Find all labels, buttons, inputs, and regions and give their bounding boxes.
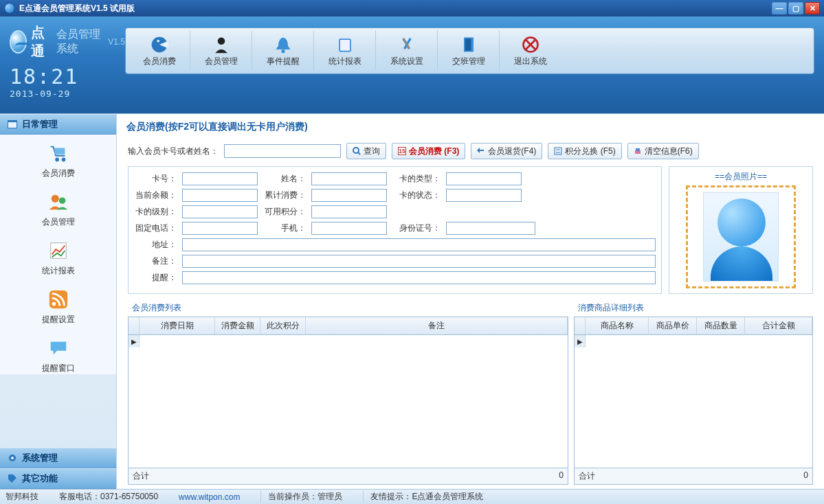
card-type-input[interactable] xyxy=(446,172,522,185)
app-icon xyxy=(4,3,15,14)
search-input[interactable] xyxy=(224,144,341,158)
status-hotline: 0371-65750050 xyxy=(100,492,158,501)
status-website-link[interactable]: www.witpon.com xyxy=(179,492,240,502)
sidebar-item-report[interactable]: 统计报表 xyxy=(42,240,75,277)
chart-icon xyxy=(48,240,69,261)
svg-rect-5 xyxy=(340,40,350,51)
svg-rect-29 xyxy=(636,148,640,151)
brand-subtitle: 会员管理系统 xyxy=(56,27,102,56)
users-icon xyxy=(48,192,69,212)
svg-point-22 xyxy=(52,302,56,306)
toolbar-member-manage[interactable]: 会员管理 xyxy=(190,31,252,71)
toolbar-shift[interactable]: 交班管理 xyxy=(438,31,500,71)
svg-point-18 xyxy=(51,195,58,203)
search-button[interactable]: 查询 xyxy=(346,143,386,159)
eraser-icon xyxy=(634,147,642,155)
svg-rect-14 xyxy=(8,122,16,128)
sidebar-item-remind-setting[interactable]: 提醒设置 xyxy=(42,289,75,325)
minimize-button[interactable]: — xyxy=(772,2,787,14)
rss-icon xyxy=(48,289,69,310)
row-marker-icon: ▶ xyxy=(575,335,586,347)
status-company: 智邦科技 xyxy=(5,491,38,503)
svg-rect-15 xyxy=(54,148,65,154)
tel-input[interactable] xyxy=(182,222,258,235)
sidebar-section-other[interactable]: 其它功能 xyxy=(0,468,116,489)
consume-grid[interactable]: 消费日期 消费金额 此次积分 备注 ▶ 合计0 xyxy=(128,317,568,485)
brand-name: 点通 xyxy=(31,23,51,60)
total-spend-input[interactable] xyxy=(311,189,387,202)
maximize-button[interactable]: ▢ xyxy=(788,2,803,14)
consume-button[interactable]: 15会员消费 (F3) xyxy=(392,143,465,159)
svg-rect-9 xyxy=(465,38,471,51)
sidebar-item-remind-window[interactable]: 提醒窗口 xyxy=(42,338,75,374)
window-icon xyxy=(7,119,18,130)
photo-box: ==会员照片== xyxy=(669,166,813,294)
card-no-input[interactable] xyxy=(182,172,258,185)
toolbar-member-consume[interactable]: 会员消费 xyxy=(129,31,190,71)
exchange-icon xyxy=(554,147,562,155)
sidebar-section-daily[interactable]: 日常管理 xyxy=(0,114,116,135)
sidebar-section-system[interactable]: 系统管理 xyxy=(0,448,116,468)
status-tip: E点通会员管理系统 xyxy=(412,492,483,501)
avatar-placeholder-icon xyxy=(703,192,779,282)
magnifier-icon xyxy=(353,147,361,155)
tools-icon xyxy=(397,35,416,54)
panel-title: 会员消费(按F2可以直接调出无卡用户消费) xyxy=(126,121,817,133)
clock-time: 18:21 xyxy=(10,65,125,89)
points-button[interactable]: 积分兑换 (F5) xyxy=(548,143,621,159)
svg-point-3 xyxy=(281,49,285,53)
brand-logo-icon xyxy=(10,30,27,54)
return-button[interactable]: 会员退货(F4) xyxy=(471,143,542,159)
consume-list-title: 会员消费列表 xyxy=(128,299,568,317)
close-button[interactable]: ✕ xyxy=(805,2,820,14)
card-status-input[interactable] xyxy=(446,189,522,202)
brand-block: 点通 会员管理系统 V1.5 18:21 2013-09-29 xyxy=(10,22,125,108)
row-marker-icon: ▶ xyxy=(129,335,140,347)
calendar-icon: 15 xyxy=(398,147,406,155)
exit-icon xyxy=(521,35,540,54)
sidebar-item-consume[interactable]: 会员消费 xyxy=(42,143,75,179)
photo-frame xyxy=(686,185,796,288)
speech-icon xyxy=(48,338,69,358)
clear-button[interactable]: 清空信息(F6) xyxy=(627,143,699,159)
sidebar: 日常管理 会员消费 会员管理 统计报表 提醒设置 提醒窗口 xyxy=(0,114,117,489)
return-icon xyxy=(477,147,485,155)
door-icon xyxy=(459,35,478,54)
svg-point-2 xyxy=(217,37,225,45)
goods-list-title: 消费商品详细列表 xyxy=(574,299,813,317)
remind-input[interactable] xyxy=(182,271,656,284)
points-input[interactable] xyxy=(311,205,387,218)
sidebar-item-member[interactable]: 会员管理 xyxy=(42,192,75,228)
goods-grid[interactable]: 商品名称 商品单价 商品数量 合计金额 ▶ 合计0 xyxy=(574,317,813,485)
toolbar-event-remind[interactable]: 事件提醒 xyxy=(252,31,314,71)
svg-point-17 xyxy=(61,158,65,162)
main-toolbar: 会员消费 会员管理 事件提醒 统计报表 系统设置 交班管理 退出系统 xyxy=(125,27,814,74)
bell-icon xyxy=(274,35,293,54)
main-panel: 会员消费(按F2可以直接调出无卡用户消费) 输入会员卡号或者姓名： 查询 15会… xyxy=(117,114,824,489)
remark-input[interactable] xyxy=(182,255,656,268)
svg-point-25 xyxy=(353,148,359,153)
svg-rect-27 xyxy=(555,148,561,154)
pacman-icon xyxy=(150,35,169,54)
svg-point-16 xyxy=(55,158,59,162)
app-header: 点通 会员管理系统 V1.5 18:21 2013-09-29 会员消费 会员管… xyxy=(0,16,824,114)
mobile-input[interactable] xyxy=(311,222,387,235)
svg-line-26 xyxy=(358,152,360,154)
toolbar-report[interactable]: 统计报表 xyxy=(314,31,376,71)
search-label: 输入会员卡号或者姓名： xyxy=(128,146,219,157)
balance-input[interactable] xyxy=(182,189,258,202)
search-row: 输入会员卡号或者姓名： 查询 15会员消费 (F3) 会员退货(F4) 积分兑换… xyxy=(128,143,813,159)
card-level-input[interactable] xyxy=(182,205,258,218)
toolbar-exit[interactable]: 退出系统 xyxy=(500,31,561,71)
name-input[interactable] xyxy=(311,172,387,185)
toolbar-settings[interactable]: 系统设置 xyxy=(376,31,438,71)
book-icon xyxy=(335,35,355,54)
id-input[interactable] xyxy=(446,222,535,235)
lists-row: 会员消费列表 消费日期 消费金额 此次积分 备注 ▶ 合计0 消费商品详细列表 xyxy=(128,299,813,485)
photo-title: ==会员照片== xyxy=(673,171,808,183)
clock-date: 2013-09-29 xyxy=(10,89,125,99)
person-icon xyxy=(212,35,231,54)
sidebar-items: 会员消费 会员管理 统计报表 提醒设置 提醒窗口 xyxy=(0,135,116,374)
address-input[interactable] xyxy=(182,238,656,251)
svg-point-1 xyxy=(157,40,159,43)
